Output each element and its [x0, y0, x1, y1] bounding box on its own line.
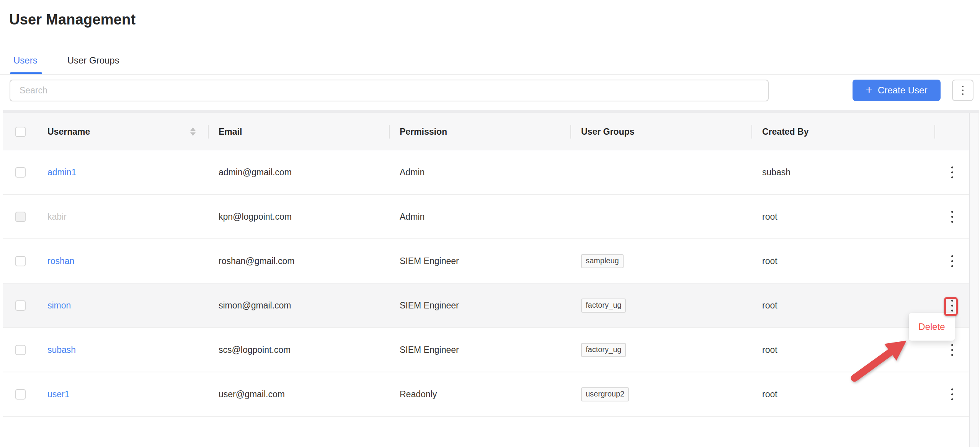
row-actions-kebab-icon[interactable] — [946, 207, 959, 227]
column-header-email: Email — [209, 113, 390, 150]
user-group-tag: usergroup2 — [581, 387, 629, 401]
username-link[interactable]: subash — [47, 345, 76, 355]
user-groups-cell: usergroup2 — [571, 387, 752, 401]
username-link[interactable]: admin1 — [47, 167, 76, 177]
column-header-user-groups: User Groups — [571, 113, 752, 150]
tab-user-groups-label: User Groups — [67, 55, 119, 65]
annotation-highlight-box — [944, 297, 958, 316]
table-row: user1 user@gmail.com Readonly usergroup2… — [3, 372, 969, 417]
row-checkbox — [15, 212, 26, 222]
email-cell: kpn@logpoint.com — [209, 212, 390, 222]
user-group-tag: sampleug — [581, 254, 624, 268]
column-header-created-by: Created By — [752, 113, 935, 150]
row-context-menu: Delete — [909, 313, 955, 341]
row-checkbox[interactable] — [15, 300, 26, 311]
row-checkbox[interactable] — [15, 389, 26, 400]
sort-icon[interactable] — [190, 127, 196, 136]
create-user-button[interactable]: + Create User — [853, 80, 941, 101]
user-group-tag: factory_ug — [581, 343, 626, 357]
created-by-cell: root — [752, 300, 935, 311]
kebab-icon — [962, 86, 964, 95]
create-user-label: Create User — [878, 85, 927, 96]
permission-cell: Readonly — [390, 389, 571, 400]
tab-users-label: Users — [13, 55, 38, 65]
row-actions-kebab-icon[interactable] — [946, 163, 959, 182]
table-header-row: Username Email Permission User Groups Cr… — [3, 113, 969, 150]
permission-cell: SIEM Engineer — [390, 300, 571, 311]
username-link: kabir — [47, 212, 67, 222]
table-row: roshan roshan@gmail.com SIEM Engineer sa… — [3, 239, 969, 284]
created-by-cell: subash — [752, 167, 935, 178]
search-input[interactable] — [10, 80, 769, 101]
column-header-permission: Permission — [390, 113, 571, 150]
context-menu-item-delete[interactable]: Delete — [918, 321, 945, 332]
column-header-created-by-label: Created By — [762, 127, 808, 137]
plus-icon: + — [866, 84, 873, 96]
row-actions-kebab-icon[interactable] — [946, 251, 959, 271]
created-by-cell: root — [752, 345, 935, 355]
permission-cell: SIEM Engineer — [390, 345, 571, 355]
table-top-border — [3, 110, 979, 113]
email-cell: user@gmail.com — [209, 389, 390, 400]
user-groups-cell: factory_ug — [571, 343, 752, 357]
created-by-cell: root — [752, 389, 935, 400]
user-groups-cell: factory_ug — [571, 299, 752, 313]
tab-bar: Users User Groups — [13, 55, 119, 74]
tab-bar-divider — [0, 74, 980, 75]
caret-up-icon — [190, 127, 196, 131]
table-row: admin1 admin@gmail.com Admin subash — [3, 150, 969, 195]
row-actions-kebab-icon[interactable] — [946, 340, 959, 360]
email-cell: simon@gmail.com — [209, 300, 390, 311]
row-checkbox[interactable] — [15, 256, 26, 266]
caret-down-icon — [190, 132, 196, 136]
username-link[interactable]: simon — [47, 300, 71, 310]
tab-user-groups[interactable]: User Groups — [67, 55, 119, 74]
permission-cell: Admin — [390, 167, 571, 178]
user-management-page: User Management Users User Groups + Crea… — [0, 0, 980, 447]
table-row: kabir kpn@logpoint.com Admin root — [3, 195, 969, 239]
user-groups-cell: sampleug — [571, 254, 752, 268]
column-header-username: Username — [38, 113, 209, 150]
email-cell: scs@logpoint.com — [209, 345, 390, 355]
created-by-cell: root — [752, 256, 935, 266]
permission-cell: Admin — [390, 212, 571, 222]
row-checkbox[interactable] — [15, 167, 26, 178]
users-table: Username Email Permission User Groups Cr… — [3, 113, 969, 417]
column-header-actions — [935, 113, 969, 150]
row-actions-kebab-icon[interactable] — [946, 385, 959, 404]
user-group-tag: factory_ug — [581, 299, 626, 313]
column-header-permission-label: Permission — [400, 127, 447, 137]
email-cell: roshan@gmail.com — [209, 256, 390, 266]
column-header-username-label: Username — [47, 127, 90, 137]
username-link[interactable]: roshan — [47, 256, 74, 266]
table-row: subash scs@logpoint.com SIEM Engineer fa… — [3, 328, 969, 372]
page-title: User Management — [9, 11, 136, 28]
table-options-button[interactable] — [952, 80, 973, 101]
select-all-checkbox[interactable] — [15, 127, 26, 137]
column-header-user-groups-label: User Groups — [581, 127, 634, 137]
created-by-cell: root — [752, 212, 935, 222]
table-body: admin1 admin@gmail.com Admin subash kabi… — [3, 150, 969, 417]
row-checkbox[interactable] — [15, 345, 26, 355]
email-cell: admin@gmail.com — [209, 167, 390, 178]
table-row: simon simon@gmail.com SIEM Engineer fact… — [3, 284, 969, 328]
permission-cell: SIEM Engineer — [390, 256, 571, 266]
username-link[interactable]: user1 — [47, 389, 70, 399]
tab-users[interactable]: Users — [13, 55, 38, 74]
column-header-email-label: Email — [219, 127, 242, 137]
table-scrollbar-gutter[interactable] — [969, 113, 978, 447]
